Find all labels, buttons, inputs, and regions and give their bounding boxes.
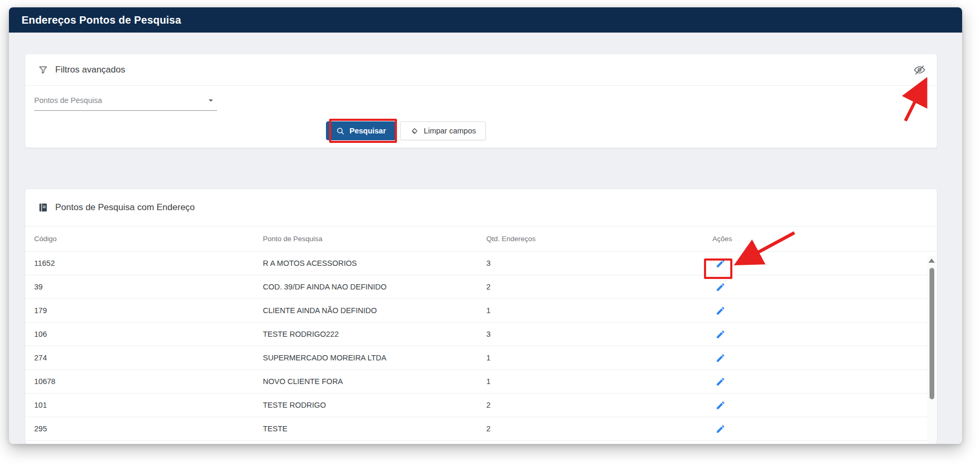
pencil-icon (716, 258, 726, 268)
filters-card: Filtros avançados Pontos de Pesquisa (25, 54, 937, 148)
scroll-up-icon[interactable] (928, 258, 935, 263)
pencil-icon (716, 377, 726, 387)
clear-fields-button-label: Limpar campos (424, 127, 476, 135)
hide-filters-button[interactable] (912, 62, 927, 78)
cell-codigo: 295 (34, 424, 263, 433)
book-icon (38, 202, 48, 213)
chevron-down-icon (206, 95, 216, 106)
table-row: 11652 R A MOTOS ACESSORIOS 3 (25, 252, 937, 275)
cell-ponto: COD. 39/DF AINDA NAO DEFINIDO (263, 283, 486, 291)
search-button-label: Pesquisar (350, 127, 386, 135)
table-row: 39 COD. 39/DF AINDA NAO DEFINIDO 2 (25, 275, 937, 299)
cell-codigo: 274 (34, 354, 263, 362)
table-row: 106 TESTE RODRIGO222 3 (25, 323, 937, 346)
edit-button[interactable] (712, 374, 728, 389)
filters-card-header: Filtros avançados (25, 54, 937, 86)
edit-button[interactable] (712, 255, 728, 271)
cell-codigo: 101 (34, 401, 263, 409)
filters-card-title: Filtros avançados (55, 65, 125, 75)
cell-codigo: 10678 (34, 377, 263, 386)
cell-qtd: 3 (486, 259, 712, 267)
cell-codigo: 11652 (34, 259, 263, 267)
cell-qtd: 2 (486, 401, 712, 409)
cell-qtd: 2 (486, 424, 712, 433)
cell-qtd: 3 (486, 330, 712, 338)
eye-off-icon (913, 64, 926, 76)
pencil-icon (716, 400, 726, 410)
page-title: Endereços Pontos de Pesquisa (22, 14, 181, 26)
edit-button[interactable] (712, 350, 728, 366)
app-window: Endereços Pontos de Pesquisa Filtros ava… (9, 7, 962, 444)
pencil-icon (716, 329, 726, 339)
edit-button[interactable] (712, 397, 728, 413)
table-row: 295 TESTE 2 (25, 417, 937, 441)
clear-fields-button[interactable]: Limpar campos (400, 121, 486, 140)
cell-codigo: 39 (34, 283, 263, 291)
table-row: 10678 NOVO CLIENTE FORA 1 (25, 370, 937, 393)
search-button[interactable]: Pesquisar (326, 121, 396, 140)
edit-button[interactable] (712, 326, 728, 342)
cell-ponto: TESTE (263, 424, 486, 433)
scrollbar-thumb[interactable] (930, 268, 934, 399)
table-row: 274 SUPERMERCADO MOREIRA LTDA 1 (25, 346, 937, 370)
eraser-icon (410, 127, 419, 136)
cell-qtd: 1 (486, 377, 712, 386)
search-icon (336, 127, 345, 136)
pencil-icon (716, 353, 726, 363)
funnel-icon (38, 65, 48, 75)
table-body: 11652 R A MOTOS ACESSORIOS 3 39 COD. 39/… (25, 252, 937, 441)
pencil-icon (716, 306, 726, 316)
cell-codigo: 179 (34, 306, 263, 315)
select-placeholder: Pontos de Pesquisa (34, 96, 102, 105)
column-header-ponto: Ponto de Pesquisa (263, 235, 486, 243)
cell-ponto: TESTE RODRIGO (263, 401, 486, 409)
filter-actions: Pesquisar Limpar campos (9, 121, 862, 140)
results-card-title: Pontos de Pesquisa com Endereço (55, 202, 195, 213)
pencil-icon (716, 424, 726, 434)
edit-button[interactable] (712, 303, 728, 318)
cell-ponto: CLIENTE AINDA NÃO DEFINIDO (263, 306, 486, 315)
cell-ponto: NOVO CLIENTE FORA (263, 377, 486, 386)
cell-ponto: SUPERMERCADO MOREIRA LTDA (263, 354, 486, 362)
pencil-icon (716, 282, 726, 292)
cell-qtd: 2 (486, 283, 712, 291)
column-header-acoes: Ações (712, 235, 937, 243)
cell-ponto: R A MOTOS ACESSORIOS (263, 259, 486, 267)
edit-button[interactable] (712, 279, 728, 295)
results-card: Pontos de Pesquisa com Endereço Código P… (25, 189, 937, 444)
table-row: 179 CLIENTE AINDA NÃO DEFINIDO 1 (25, 299, 937, 323)
cell-qtd: 1 (486, 354, 712, 362)
cell-ponto: TESTE RODRIGO222 (263, 330, 486, 338)
pontos-de-pesquisa-select[interactable]: Pontos de Pesquisa (34, 94, 217, 111)
table-row: 101 TESTE RODRIGO 2 (25, 393, 937, 417)
cell-codigo: 106 (34, 330, 263, 338)
cell-qtd: 1 (486, 306, 712, 315)
column-header-codigo: Código (34, 235, 263, 243)
column-header-qtd: Qtd. Endereços (486, 235, 712, 243)
table-header-row: Código Ponto de Pesquisa Qtd. Endereços … (25, 226, 937, 252)
appbar: Endereços Pontos de Pesquisa (9, 7, 962, 33)
edit-button[interactable] (712, 421, 728, 437)
results-card-header: Pontos de Pesquisa com Endereço (25, 189, 937, 226)
table-scrollbar[interactable] (927, 256, 936, 444)
